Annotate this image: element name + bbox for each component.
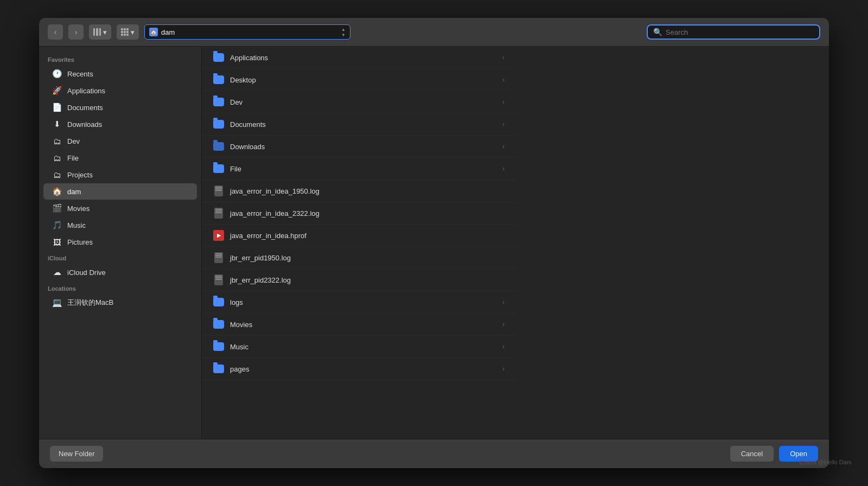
- icloud-label: iCloud: [39, 251, 201, 264]
- folder-icon: [213, 296, 225, 308]
- sidebar-item-pictures[interactable]: 🖼 Pictures: [43, 234, 197, 250]
- file-name: java_error_in_idea_2322.log: [230, 209, 320, 218]
- sidebar-item-label: Movies: [67, 204, 90, 213]
- folder-icon: [213, 74, 225, 86]
- music-icon: 🎵: [52, 220, 62, 230]
- cancel-button[interactable]: Cancel: [730, 446, 774, 462]
- sidebar-item-label: File: [67, 154, 79, 162]
- sidebar-item-projects[interactable]: 🗂 Projects: [43, 167, 197, 183]
- favorites-label: Favorites: [39, 52, 201, 65]
- folder-icon: [213, 163, 225, 175]
- list-item[interactable]: File ›: [202, 158, 515, 180]
- chevron-right-icon: ›: [502, 165, 505, 172]
- list-item[interactable]: logs ›: [202, 291, 515, 314]
- grid-view-icon: [121, 28, 129, 36]
- grid-view-button[interactable]: ▾: [117, 24, 139, 40]
- list-item[interactable]: jbr_err_pid2322.log: [202, 269, 515, 291]
- chevron-right-icon: ›: [502, 343, 505, 350]
- list-item[interactable]: Applications ›: [202, 47, 515, 69]
- folder-dark-icon: [213, 140, 225, 152]
- sidebar-item-label: iCloud Drive: [67, 268, 106, 277]
- chevron-right-icon: ›: [502, 143, 505, 150]
- chevron-right-icon: ›: [502, 321, 505, 328]
- sidebar-item-movies[interactable]: 🎬 Movies: [43, 200, 197, 216]
- locations-label: Locations: [39, 281, 201, 294]
- right-panel: [515, 47, 829, 439]
- movies-icon: 🎬: [52, 203, 62, 213]
- list-item[interactable]: jbr_err_pid1950.log: [202, 247, 515, 269]
- location-icon: 🏠: [149, 28, 158, 36]
- file-name: java_error_in_idea_1950.log: [230, 187, 320, 195]
- forward-button[interactable]: ›: [68, 24, 84, 40]
- folder-icon: [213, 363, 225, 375]
- list-item[interactable]: Movies ›: [202, 314, 515, 336]
- columns-view-button[interactable]: ▾: [89, 24, 111, 40]
- folder-icon: [213, 52, 225, 63]
- location-bar[interactable]: 🏠 dam ▲▼: [144, 24, 350, 40]
- sidebar-item-dev[interactable]: 🗂 Dev: [43, 133, 197, 149]
- file-name: Desktop: [230, 76, 256, 84]
- sidebar-item-documents[interactable]: 📄 Documents: [43, 99, 197, 116]
- log-file-icon: [213, 207, 225, 219]
- location-arrows: ▲▼: [341, 27, 346, 37]
- file-name: jbr_err_pid2322.log: [230, 276, 291, 284]
- sidebar-item-applications[interactable]: 🚀 Applications: [43, 82, 197, 99]
- location-text: dam: [161, 28, 338, 36]
- file-name: jbr_err_pid1950.log: [230, 254, 291, 262]
- list-item[interactable]: Documents ›: [202, 113, 515, 136]
- file-icon: 🗂: [52, 153, 62, 163]
- file-name: File: [230, 165, 241, 173]
- sidebar-item-label: 王润钦的MacB: [67, 298, 113, 308]
- file-name: Dev: [230, 98, 242, 106]
- sidebar-item-label: Projects: [67, 171, 93, 179]
- sidebar-item-label: Music: [67, 221, 86, 229]
- search-bar[interactable]: 🔍: [647, 24, 820, 40]
- sidebar-item-downloads[interactable]: ⬇ Downloads: [43, 116, 197, 132]
- bottom-bar: New Folder Cancel Open: [39, 439, 829, 468]
- file-name: Music: [230, 343, 248, 351]
- main-content: Favorites 🕐 Recents 🚀 Applications 📄 Doc…: [39, 47, 829, 439]
- folder-icon: [213, 341, 225, 353]
- list-item[interactable]: Dev ›: [202, 91, 515, 113]
- back-button[interactable]: ‹: [48, 24, 63, 40]
- file-name: Downloads: [230, 143, 265, 151]
- search-input[interactable]: [666, 28, 814, 36]
- recents-icon: 🕐: [52, 69, 62, 79]
- list-item[interactable]: java_error_in_idea_1950.log: [202, 180, 515, 202]
- sidebar-item-label: Recents: [67, 70, 93, 78]
- sidebar-item-label: Documents: [67, 104, 103, 112]
- file-name: java_error_in_idea.hprof: [230, 232, 307, 240]
- list-item[interactable]: pages ›: [202, 358, 515, 380]
- columns-view-chevron: ▾: [103, 28, 107, 36]
- search-icon: 🔍: [653, 28, 662, 36]
- documents-icon: 📄: [52, 103, 62, 112]
- new-folder-button[interactable]: New Folder: [50, 446, 103, 462]
- chevron-right-icon: ›: [502, 120, 505, 128]
- list-item[interactable]: java_error_in_idea_2322.log: [202, 202, 515, 225]
- file-name: Applications: [230, 54, 268, 62]
- projects-icon: 🗂: [52, 170, 62, 180]
- folder-icon: [213, 318, 225, 330]
- columns-view-icon: [93, 28, 101, 36]
- sidebar-item-dam[interactable]: 🏠 dam: [43, 183, 197, 200]
- sidebar-item-music[interactable]: 🎵 Music: [43, 217, 197, 233]
- toolbar: ‹ › ▾ ▾ 🏠 dam ▲▼ 🔍: [39, 18, 829, 47]
- sidebar-item-label: dam: [67, 188, 81, 196]
- list-item[interactable]: ▶ java_error_in_idea.hprof: [202, 225, 515, 247]
- chevron-right-icon: ›: [502, 98, 505, 106]
- sidebar-item-label: Dev: [67, 137, 80, 145]
- sidebar-item-recents[interactable]: 🕐 Recents: [43, 66, 197, 82]
- list-item[interactable]: Music ›: [202, 336, 515, 358]
- chevron-right-icon: ›: [502, 54, 505, 61]
- sidebar-item-icloud-drive[interactable]: ☁ iCloud Drive: [43, 264, 197, 280]
- pictures-icon: 🖼: [52, 237, 62, 247]
- sidebar-item-macbook[interactable]: 💻 王润钦的MacB: [43, 295, 197, 311]
- sidebar-item-file[interactable]: 🗂 File: [43, 150, 197, 166]
- dam-icon: 🏠: [52, 187, 62, 196]
- sidebar: Favorites 🕐 Recents 🚀 Applications 📄 Doc…: [39, 47, 202, 439]
- chevron-right-icon: ›: [502, 76, 505, 84]
- icloud-icon: ☁: [52, 267, 62, 277]
- list-item[interactable]: Desktop ›: [202, 69, 515, 91]
- file-list: Applications › Desktop › Dev › Documents…: [202, 47, 515, 439]
- list-item[interactable]: Downloads ›: [202, 136, 515, 158]
